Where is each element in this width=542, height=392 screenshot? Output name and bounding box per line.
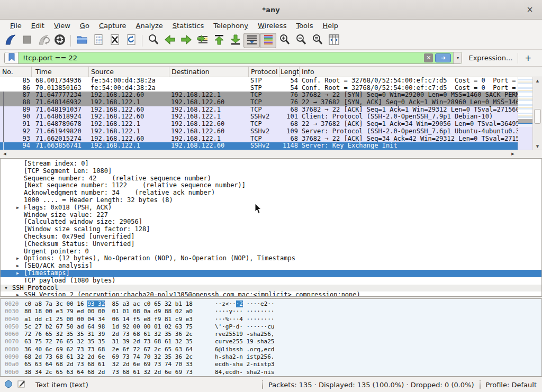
expression-button[interactable]: Expression... [468, 54, 512, 62]
go-forward-button[interactable] [178, 33, 194, 48]
zoom-out-button[interactable] [293, 33, 309, 48]
detail-line[interactable]: Checksum: 0x79ed [unverified] [1, 233, 541, 241]
expand-arrow-icon[interactable]: ▶ [16, 291, 19, 297]
packet-row-88[interactable]: 8871.648146932192.168.122.1192.168.122.6… [0, 99, 518, 106]
start-capture-button[interactable] [2, 33, 19, 48]
hex-row[interactable]: 009068 2d 73 68 61 32 2d 6e 69 73 74 70 … [1, 353, 541, 361]
column-header-no[interactable]: No. [0, 67, 32, 77]
menu-statistics[interactable]: Statistics [168, 21, 209, 31]
hex-row[interactable]: 003080 18 00 e3 79 ed 00 00 01 01 08 0a … [1, 308, 541, 315]
restart-capture-button[interactable] [35, 33, 51, 48]
go-to-bottom-button[interactable] [227, 33, 243, 48]
colorize-toggle[interactable] [260, 33, 276, 48]
packet-row-90[interactable]: 9071.648618924192.168.122.60192.168.122.… [0, 113, 518, 121]
menu-go[interactable]: Go [75, 21, 94, 31]
detail-line[interactable]: Urgent pointer: 0 [1, 248, 541, 256]
detail-line-seq-ack[interactable]: ▶[SEQ/ACK analysis] [1, 262, 541, 270]
filter-history-dropdown[interactable]: ▾ [453, 52, 462, 63]
stop-capture-button[interactable] [19, 33, 35, 48]
detail-line[interactable]: 1000 .... = Header Length: 32 bytes (8) [1, 197, 541, 204]
packet-row-93[interactable]: 9371.662015274192.168.122.60192.168.122.… [0, 135, 518, 143]
zoom-in-button[interactable] [276, 33, 293, 48]
vertical-scrollbar-thumb[interactable] [534, 109, 541, 124]
detail-line[interactable]: [Next sequence number: 1122 (relative se… [1, 182, 541, 189]
menu-analyze[interactable]: Analyze [131, 21, 168, 31]
column-header-time[interactable]: Time [32, 67, 89, 77]
packet-list-vertical-scrollbar[interactable]: ▲ ▼ [532, 77, 542, 150]
hex-row[interactable]: 00a065 63 64 68 2d 73 68 61 32 2d 6e 69 … [1, 361, 541, 368]
hex-row[interactable]: 0040a1 dd c1 25 00 00 04 34 06 14 f5 e8 … [1, 316, 541, 323]
scroll-down-icon[interactable]: ▼ [533, 143, 542, 150]
detail-line[interactable]: Window size value: 227 [1, 212, 541, 219]
packet-row-86[interactable]: 8670.013850163fe:54:00:d4:38:2aSTP54Conf… [0, 85, 518, 92]
expand-arrow-icon[interactable]: ▶ [16, 204, 19, 212]
packet-row-87[interactable]: 8771.647777234192.168.122.60192.168.122.… [0, 92, 518, 99]
menu-file[interactable]: File [5, 21, 26, 31]
collapse-arrow-icon[interactable]: ▼ [5, 285, 7, 292]
column-header-destination[interactable]: Destination [169, 67, 249, 77]
menu-tools[interactable]: Tools [291, 21, 318, 31]
profile-label[interactable]: Profile: Default [486, 381, 537, 389]
expert-info-button[interactable] [4, 380, 13, 390]
menu-wireless[interactable]: Wireless [253, 21, 291, 31]
scroll-right-icon[interactable]: ▶ [509, 151, 517, 157]
column-header-length[interactable]: Length [279, 67, 300, 77]
detail-line-options[interactable]: ▶Options: (12 bytes), No-Operation (NOP)… [1, 255, 541, 262]
hex-row[interactable]: 0020c0 a8 7a 3c 00 16 93 32 85 a3 ac c0 … [1, 300, 541, 308]
menu-help[interactable]: Help [318, 21, 343, 31]
column-header-info[interactable]: Info [300, 67, 542, 77]
hex-row[interactable]: 006072 76 65 32 35 35 31 39 2d 73 68 61 … [1, 331, 541, 338]
packet-list-horizontal-scrollbar[interactable]: ◀ ▶ [0, 150, 542, 157]
scroll-up-icon[interactable]: ▲ [533, 77, 542, 84]
hex-row[interactable]: 007063 75 72 76 65 32 35 35 31 39 2d 73 … [1, 338, 541, 345]
capture-comment-button[interactable] [17, 379, 26, 390]
packet-row-94-selected[interactable]: 9471.663856741192.168.122.1192.168.122.6… [0, 142, 518, 150]
scroll-left-icon[interactable]: ◀ [1, 151, 8, 157]
close-icon[interactable]: × [525, 5, 535, 14]
resize-columns-button[interactable] [326, 33, 342, 48]
packet-row-91[interactable]: 9171.648789678192.168.122.1192.168.122.6… [0, 121, 518, 128]
menu-telephony[interactable]: Telephony [209, 21, 253, 31]
auto-scroll-toggle[interactable] [243, 33, 260, 48]
packet-row-89[interactable]: 8971.648191037192.168.122.60192.168.122.… [0, 106, 518, 114]
find-packet-button[interactable] [145, 33, 161, 48]
save-file-button[interactable]: 010101100111 [90, 33, 106, 48]
column-header-protocol[interactable]: Protocol [249, 67, 279, 77]
menu-view[interactable]: View [49, 21, 75, 31]
expand-arrow-icon[interactable]: ▶ [16, 270, 19, 277]
detail-line-flags[interactable]: ▶Flags: 0x018 (PSH, ACK) [1, 204, 541, 212]
expand-arrow-icon[interactable]: ▶ [16, 255, 19, 262]
add-filter-button[interactable]: + [518, 53, 538, 63]
expand-arrow-icon[interactable]: ▶ [16, 262, 19, 270]
intelligent-scrollbar-minimap[interactable] [518, 77, 532, 150]
open-file-button[interactable] [74, 33, 90, 48]
close-file-button[interactable] [106, 33, 123, 48]
filter-apply-button[interactable]: ➜ [435, 53, 451, 62]
go-to-top-button[interactable] [211, 33, 227, 48]
display-filter-input[interactable] [19, 52, 424, 63]
detail-line[interactable]: Sequence number: 42 (relative sequence n… [1, 175, 541, 183]
detail-line-ssh-protocol[interactable]: ▼SSH Protocol [1, 285, 541, 292]
column-header-source[interactable]: Source [89, 67, 169, 77]
filter-clear-button[interactable]: ✕ [424, 53, 433, 62]
go-back-button[interactable] [161, 33, 178, 48]
detail-line[interactable]: [Checksum Status: Unverified] [1, 241, 541, 248]
hex-row[interactable]: 008036 40 6c 69 62 73 73 68 2e 6f 72 67 … [1, 346, 541, 353]
detail-line[interactable]: [Window size scaling factor: 128] [1, 226, 541, 233]
detail-line[interactable]: [Calculated window size: 29056] [1, 218, 541, 226]
menu-capture[interactable]: Capture [94, 21, 131, 31]
packet-row-92[interactable]: 9271.661949820192.168.122.1192.168.122.6… [0, 128, 518, 135]
detail-line[interactable]: Acknowledgment number: 34 (relative ack … [1, 189, 541, 197]
go-to-packet-button[interactable] [194, 33, 211, 48]
packet-row-85[interactable]: 8568.001734936fe:54:00:d4:38:2aSTP54Conf… [0, 77, 518, 85]
detail-line[interactable]: TCP payload (1080 bytes) [1, 277, 541, 285]
reload-file-button[interactable] [123, 33, 139, 48]
menu-edit[interactable]: Edit [26, 21, 49, 31]
capture-options-button[interactable] [51, 33, 68, 48]
zoom-reset-button[interactable] [309, 33, 326, 48]
detail-line[interactable]: [TCP Segment Len: 1080] [1, 168, 541, 175]
detail-line-timestamps-selected[interactable]: ▶[Timestamps] [1, 270, 541, 277]
hex-row[interactable]: 00b038 34 2c 65 63 64 68 2d 73 68 61 32 … [1, 369, 541, 376]
detail-line[interactable]: [Stream index: 0] [1, 160, 541, 168]
filter-bookmark-button[interactable] [5, 52, 19, 63]
